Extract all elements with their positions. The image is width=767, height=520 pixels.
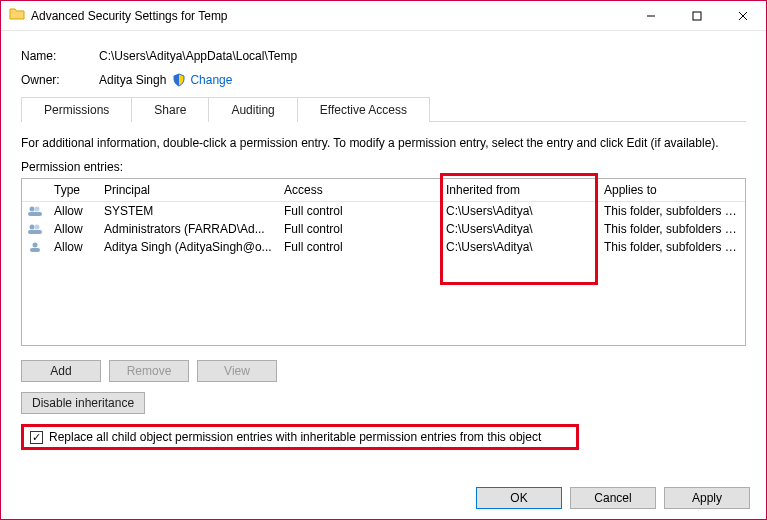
replace-children-label: Replace all child object permission entr… — [49, 430, 541, 444]
content-area: Name: C:\Users\Aditya\AppData\Local\Temp… — [1, 31, 766, 460]
replace-children-row[interactable]: ✓ Replace all child object permission en… — [21, 424, 579, 450]
col-access[interactable]: Access — [278, 179, 440, 201]
change-owner-link[interactable]: Change — [190, 73, 232, 87]
tab-share[interactable]: Share — [132, 97, 209, 122]
col-inherited[interactable]: Inherited from — [440, 179, 598, 201]
svg-rect-9 — [28, 230, 42, 234]
remove-button[interactable]: Remove — [109, 360, 189, 382]
group-icon — [22, 220, 48, 238]
folder-icon — [9, 6, 25, 25]
grid-row[interactable]: Allow Administrators (FARRAD\Ad... Full … — [22, 220, 745, 238]
svg-point-5 — [35, 207, 40, 212]
minimize-button[interactable] — [628, 1, 674, 31]
svg-rect-6 — [28, 212, 42, 216]
user-icon — [22, 238, 48, 256]
cancel-button[interactable]: Cancel — [570, 487, 656, 509]
permissions-grid[interactable]: Type Principal Access Inherited from App… — [21, 178, 746, 346]
owner-label: Owner: — [21, 73, 99, 87]
name-label: Name: — [21, 49, 99, 63]
grid-header: Type Principal Access Inherited from App… — [22, 179, 745, 202]
tab-effective-access[interactable]: Effective Access — [298, 97, 430, 122]
maximize-button[interactable] — [674, 1, 720, 31]
owner-value: Aditya Singh — [99, 73, 166, 87]
window: Advanced Security Settings for Temp Name… — [0, 0, 767, 520]
add-button[interactable]: Add — [21, 360, 101, 382]
entries-label: Permission entries: — [21, 160, 746, 174]
dialog-footer: OK Cancel Apply — [476, 487, 750, 509]
svg-rect-11 — [30, 248, 40, 252]
info-text: For additional information, double-click… — [21, 136, 746, 150]
svg-point-7 — [30, 225, 35, 230]
close-button[interactable] — [720, 1, 766, 31]
view-button[interactable]: View — [197, 360, 277, 382]
tab-auditing[interactable]: Auditing — [209, 97, 297, 122]
shield-icon — [172, 73, 186, 87]
tab-strip: Permissions Share Auditing Effective Acc… — [21, 97, 746, 122]
window-title: Advanced Security Settings for Temp — [31, 9, 228, 23]
apply-button[interactable]: Apply — [664, 487, 750, 509]
svg-point-8 — [35, 225, 40, 230]
svg-point-10 — [33, 243, 38, 248]
disable-inheritance-button[interactable]: Disable inheritance — [21, 392, 145, 414]
group-icon — [22, 202, 48, 220]
tab-permissions[interactable]: Permissions — [21, 97, 132, 122]
grid-row[interactable]: Allow SYSTEM Full control C:\Users\Adity… — [22, 202, 745, 220]
titlebar: Advanced Security Settings for Temp — [1, 1, 766, 31]
replace-children-checkbox[interactable]: ✓ — [30, 431, 43, 444]
ok-button[interactable]: OK — [476, 487, 562, 509]
grid-row[interactable]: Allow Aditya Singh (AdityaSingh@o... Ful… — [22, 238, 745, 256]
col-principal[interactable]: Principal — [98, 179, 278, 201]
svg-point-4 — [30, 207, 35, 212]
col-applies[interactable]: Applies to — [598, 179, 745, 201]
svg-rect-1 — [693, 12, 701, 20]
col-type[interactable]: Type — [48, 179, 98, 201]
name-value: C:\Users\Aditya\AppData\Local\Temp — [99, 49, 297, 63]
